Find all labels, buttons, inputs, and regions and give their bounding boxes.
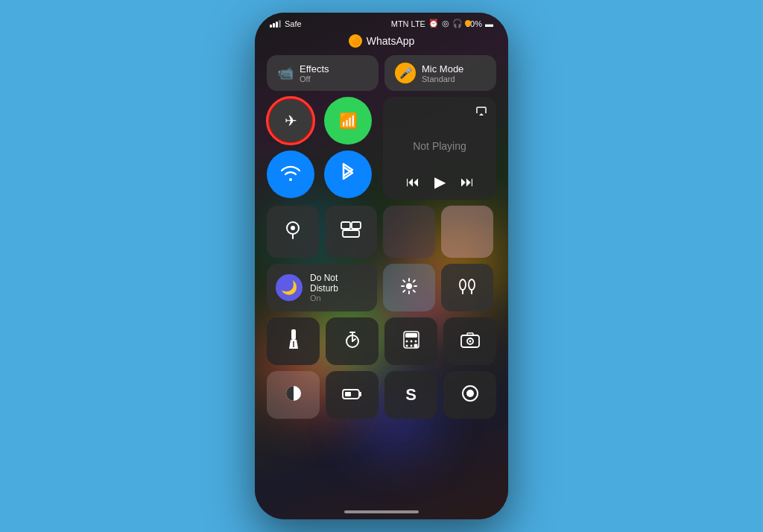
- screen-lock-icon: [284, 219, 302, 244]
- calculator-icon: [403, 331, 420, 352]
- effects-title: Effects: [300, 63, 329, 75]
- middle-row: ✈ 📶: [267, 97, 496, 200]
- dnd-subtitle: On: [310, 294, 338, 303]
- svg-line-10: [403, 280, 405, 282]
- alarm-icon: ⏰: [428, 19, 439, 28]
- mic-text: Mic Mode Standard: [422, 63, 463, 83]
- brightness-button[interactable]: [383, 264, 435, 311]
- screen-record-button[interactable]: [443, 371, 496, 419]
- media-player-tile[interactable]: Not Playing ⏮ ▶ ⏭: [383, 97, 496, 200]
- battery-icon: ▬: [485, 19, 493, 28]
- calculator-button[interactable]: [384, 317, 437, 365]
- mic-mode-tile[interactable]: 🎤 Mic Mode Standard: [384, 55, 496, 91]
- airpods-button[interactable]: [441, 264, 493, 311]
- signal-bar-3: [276, 22, 278, 28]
- signal-bar-1: [270, 25, 272, 28]
- rewind-button[interactable]: ⏮: [406, 174, 420, 190]
- headphone-icon: 🎧: [452, 19, 463, 28]
- timer-button[interactable]: [326, 317, 379, 365]
- svg-point-36: [469, 340, 471, 342]
- mic-title: Mic Mode: [422, 63, 463, 75]
- svg-line-11: [414, 290, 415, 291]
- effects-icon: 📹: [277, 65, 294, 81]
- dnd-row: 🌙 Do Not Disturb On: [267, 264, 496, 311]
- timer-icon: [343, 331, 361, 352]
- dnd-text: Do Not Disturb On: [310, 273, 338, 303]
- bluetooth-icon: [341, 162, 355, 187]
- svg-point-30: [414, 340, 417, 342]
- do-not-disturb-button[interactable]: 🌙 Do Not Disturb On: [267, 264, 377, 311]
- dnd-icon: 🌙: [276, 274, 303, 301]
- status-right: MTN LTE ⏰ ◎ 🎧 50% ▬: [391, 19, 493, 28]
- connectivity-grid: ✈ 📶: [267, 97, 377, 200]
- orange-indicator-dot: [465, 20, 471, 26]
- top-row: 📹 Effects Off 🎤 Mic Mode Standard: [267, 55, 496, 91]
- shazam-icon: S: [405, 385, 417, 405]
- svg-rect-33: [414, 343, 417, 347]
- svg-point-1: [291, 226, 295, 230]
- mic-icon: 🎤: [399, 67, 412, 79]
- effects-text: Effects Off: [300, 63, 329, 83]
- carrier-label: Safe: [285, 19, 302, 28]
- svg-point-16: [469, 279, 475, 290]
- fast-forward-button[interactable]: ⏭: [460, 174, 474, 190]
- mic-icon-wrapper: 🎤: [395, 63, 416, 83]
- shazam-button[interactable]: S: [384, 371, 437, 419]
- app-name-label: WhatsApp: [367, 35, 415, 47]
- svg-line-13: [403, 290, 405, 291]
- svg-point-28: [405, 340, 408, 342]
- screen-mirror-button[interactable]: [325, 206, 377, 258]
- brightness-icon: [400, 277, 418, 299]
- low-power-button[interactable]: [326, 371, 379, 419]
- network-label: MTN LTE: [391, 19, 425, 28]
- airplane-mode-button[interactable]: ✈: [267, 97, 314, 145]
- svg-rect-39: [345, 392, 351, 396]
- color-tile-1[interactable]: [383, 206, 435, 258]
- signal-bar-4: [279, 20, 281, 28]
- svg-rect-27: [405, 333, 417, 338]
- svg-point-42: [466, 390, 474, 397]
- home-indicator: [344, 510, 419, 513]
- signal-bars: [270, 20, 281, 28]
- svg-point-5: [406, 283, 412, 289]
- svg-point-14: [460, 279, 466, 290]
- play-button[interactable]: ▶: [434, 173, 446, 191]
- location-icon: ◎: [442, 19, 449, 28]
- svg-line-12: [414, 280, 415, 282]
- airpods-icon: [457, 277, 478, 299]
- screen-record-icon: [461, 384, 479, 406]
- dnd-title: Do Not: [310, 273, 338, 283]
- cellular-icon: 📶: [339, 112, 358, 130]
- mic-subtitle: Standard: [422, 75, 463, 83]
- app-header: 🟠 WhatsApp: [255, 31, 508, 55]
- control-center-content: 📹 Effects Off 🎤 Mic Mode Standard: [255, 55, 508, 419]
- media-top: [392, 106, 487, 118]
- flashlight-icon: [288, 329, 300, 354]
- status-left: Safe: [270, 19, 302, 28]
- color-tile-2[interactable]: [441, 206, 493, 258]
- flashlight-button[interactable]: [267, 317, 320, 365]
- airplane-red-highlight: [266, 96, 315, 145]
- svg-rect-2: [341, 222, 350, 229]
- screen-mirror-icon: [341, 221, 361, 242]
- svg-rect-18: [291, 329, 296, 340]
- svg-rect-40: [359, 392, 361, 396]
- bluetooth-button[interactable]: [324, 151, 372, 198]
- dark-mode-button[interactable]: [267, 371, 320, 419]
- svg-point-32: [410, 344, 412, 346]
- svg-point-31: [405, 344, 408, 346]
- dnd-title2: Disturb: [310, 283, 338, 294]
- svg-rect-4: [343, 230, 359, 237]
- phone-frame: Safe MTN LTE ⏰ ◎ 🎧 50% ▬ 🟠 WhatsApp 📹: [255, 13, 508, 519]
- camera-button[interactable]: [443, 317, 496, 365]
- svg-point-29: [410, 340, 412, 342]
- whatsapp-icon: 🟠: [349, 34, 362, 48]
- wifi-button[interactable]: [267, 151, 314, 198]
- screen-lock-button[interactable]: [267, 206, 319, 258]
- phone-screen: Safe MTN LTE ⏰ ◎ 🎧 50% ▬ 🟠 WhatsApp 📹: [255, 13, 508, 519]
- wifi-icon: [280, 165, 301, 185]
- effects-tile[interactable]: 📹 Effects Off: [267, 55, 379, 91]
- cellular-button[interactable]: 📶: [324, 97, 372, 145]
- second-grid-row: [267, 206, 496, 258]
- not-playing-label: Not Playing: [392, 118, 487, 173]
